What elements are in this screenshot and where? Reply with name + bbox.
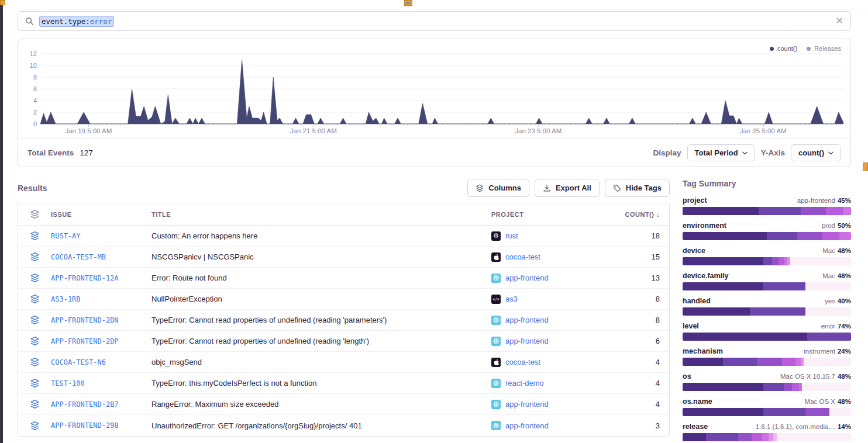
tag-bar-segment[interactable] — [797, 232, 822, 240]
issue-link[interactable]: APP-FRONTEND-12A — [51, 274, 151, 282]
tag-distribution-bar[interactable] — [683, 383, 851, 391]
tag-distribution-bar[interactable] — [683, 282, 851, 290]
tag-bar-segment[interactable] — [777, 433, 851, 441]
legend-item-count[interactable]: count() — [770, 45, 797, 52]
search-filter-token[interactable]: event.type:error — [39, 16, 114, 27]
tag-bar-segment[interactable] — [822, 232, 839, 240]
table-row[interactable]: APP-FRONTEND-2B7RangeError: Maximum size… — [18, 394, 669, 415]
tag-bar-segment[interactable] — [683, 433, 706, 441]
table-row[interactable]: APP-FRONTEND-2DNTypeError: Cannot read p… — [18, 310, 669, 331]
tag-bar-segment[interactable] — [763, 383, 784, 391]
column-header-project[interactable]: PROJECT — [491, 211, 615, 218]
tag-bar-segment[interactable] — [706, 433, 723, 441]
tag-bar-segment[interactable] — [752, 433, 762, 441]
tag-distribution-bar[interactable] — [683, 232, 851, 240]
tag-bar-segment[interactable] — [757, 358, 782, 366]
tag-bar-segment[interactable] — [759, 207, 801, 215]
tag-bar-segment[interactable] — [683, 282, 763, 290]
issue-link[interactable]: RUST-AY — [51, 232, 151, 240]
tag-bar-segment[interactable] — [772, 257, 779, 265]
tag-distribution-bar[interactable] — [683, 433, 851, 441]
tag-bar-segment[interactable] — [790, 257, 851, 265]
tag-bar-segment[interactable] — [683, 207, 759, 215]
project-link[interactable]: as3 — [505, 295, 518, 303]
table-row[interactable]: COCOA-TEST-MBNSCGSPanicv | NSCGSPaniccoc… — [18, 247, 669, 268]
tag-distribution-bar[interactable] — [683, 408, 851, 416]
issue-link[interactable]: COCOA-TEST-N6 — [51, 358, 151, 366]
tag-bar-segment[interactable] — [738, 433, 752, 441]
tag-bar-segment[interactable] — [767, 232, 797, 240]
issue-link[interactable]: TEST-100 — [51, 379, 151, 387]
selection-handle-right[interactable] — [863, 162, 868, 171]
tag-distribution-bar[interactable] — [683, 358, 851, 366]
project-link[interactable]: react-demo — [505, 379, 544, 387]
selection-handle-top-left[interactable] — [0, 0, 5, 5]
table-row[interactable]: COCOA-TEST-N6objc_msgSendcocoa-test4 — [18, 352, 669, 373]
columns-button[interactable]: Columns — [467, 179, 529, 197]
table-row[interactable]: APP-FRONTEND-12AError: Route not foundap… — [18, 268, 669, 289]
tag-bar-segment[interactable] — [843, 207, 851, 215]
issue-link[interactable]: APP-FRONTEND-2DP — [51, 337, 151, 345]
tag-bar-segment[interactable] — [683, 232, 767, 240]
table-row[interactable]: AS3-1RBNullPointerException</>as38 — [18, 289, 669, 310]
tag-bar-segment[interactable] — [763, 408, 805, 416]
display-dropdown[interactable]: Total Period — [687, 144, 755, 161]
tag-bar-segment[interactable] — [804, 358, 851, 366]
tag-bar-segment[interactable] — [683, 307, 750, 316]
tag-bar-segment[interactable] — [683, 257, 763, 265]
tag-distribution-bar[interactable] — [683, 333, 851, 341]
issue-link[interactable]: AS3-1RB — [51, 295, 151, 303]
tag-bar-segment[interactable] — [779, 257, 784, 265]
project-link[interactable]: app-frontend — [505, 274, 549, 282]
tag-bar-segment[interactable] — [683, 383, 763, 391]
issue-link[interactable]: COCOA-TEST-MB — [51, 253, 151, 261]
tag-bar-segment[interactable] — [802, 383, 851, 391]
table-row[interactable]: RUST-AYCustom: An error happens here⚙rus… — [18, 226, 669, 247]
legend-item-releases[interactable]: Releases — [807, 45, 841, 52]
tag-bar-segment[interactable] — [784, 383, 792, 391]
tag-bar-segment[interactable] — [750, 307, 805, 316]
table-row[interactable]: APP-FRONTEND-2DPTypeError: Cannot read p… — [18, 331, 669, 352]
export-all-button[interactable]: Export All — [535, 179, 600, 197]
table-row[interactable]: APP-FRONTEND-298UnauthorizedError: GET /… — [18, 415, 669, 436]
project-link[interactable]: cocoa-test — [505, 252, 540, 261]
tag-bar-segment[interactable] — [723, 433, 738, 441]
tag-distribution-bar[interactable] — [683, 257, 851, 265]
tag-bar-segment[interactable] — [839, 232, 851, 240]
tag-bar-segment[interactable] — [723, 358, 757, 366]
tag-distribution-bar[interactable] — [683, 207, 851, 215]
project-link[interactable]: rust — [505, 231, 518, 240]
tag-bar-segment[interactable] — [805, 282, 851, 290]
tag-bar-segment[interactable] — [683, 408, 763, 416]
tag-bar-segment[interactable] — [762, 433, 769, 441]
project-link[interactable]: cocoa-test — [505, 358, 540, 366]
tag-bar-segment[interactable] — [683, 358, 723, 366]
tag-bar-segment[interactable] — [805, 307, 851, 316]
tag-bar-segment[interactable] — [795, 358, 801, 366]
column-header-issue[interactable]: ISSUE — [51, 211, 151, 218]
column-header-title[interactable]: TITLE — [151, 211, 491, 218]
tag-bar-segment[interactable] — [769, 433, 774, 441]
tag-bar-segment[interactable] — [782, 358, 795, 366]
issue-link[interactable]: APP-FRONTEND-298 — [51, 421, 151, 430]
tag-bar-segment[interactable] — [801, 207, 826, 215]
area-chart[interactable]: Jan 19 5:00 AMJan 21 5:00 AMJan 23 5:00 … — [40, 53, 843, 139]
tag-bar-segment[interactable] — [763, 257, 771, 265]
project-link[interactable]: app-frontend — [505, 400, 549, 409]
tag-bar-segment[interactable] — [805, 408, 829, 416]
tag-distribution-bar[interactable] — [683, 307, 851, 316]
search-bar[interactable]: event.type:error ✕ — [18, 11, 851, 31]
yaxis-dropdown[interactable]: count() — [791, 144, 841, 161]
tag-bar-segment[interactable] — [826, 207, 843, 215]
tag-bar-segment[interactable] — [829, 408, 851, 416]
tag-bar-segment[interactable] — [807, 333, 851, 341]
table-row[interactable]: TEST-100TypeError: this.myCodeIsPerfect … — [18, 373, 669, 394]
tag-bar-segment[interactable] — [763, 282, 805, 290]
hide-tags-button[interactable]: Hide Tags — [605, 179, 670, 197]
search-input[interactable]: event.type:error — [39, 16, 831, 27]
tag-bar-segment[interactable] — [792, 383, 799, 391]
project-link[interactable]: app-frontend — [505, 421, 549, 430]
tag-bar-segment[interactable] — [683, 333, 807, 341]
issue-link[interactable]: APP-FRONTEND-2DN — [51, 316, 151, 324]
project-link[interactable]: app-frontend — [505, 337, 549, 345]
